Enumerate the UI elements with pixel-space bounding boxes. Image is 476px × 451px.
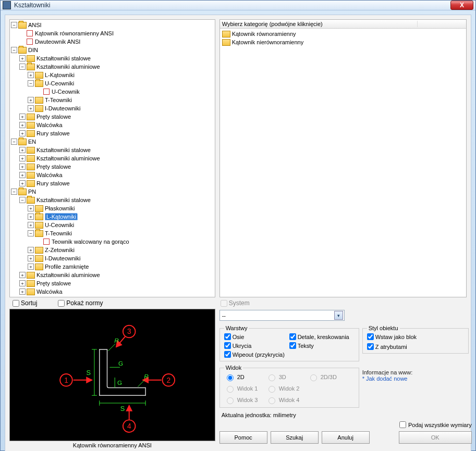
expand-icon[interactable]: + xyxy=(19,272,26,278)
svg-text:R: R xyxy=(114,337,119,344)
expand-icon[interactable]: + xyxy=(19,280,26,286)
tree-item-label: U-Ceowniki xyxy=(45,80,74,86)
layer-ukrycia[interactable]: Ukrycia xyxy=(224,342,289,349)
tree-item[interactable]: +Pręty stalowe xyxy=(10,112,215,121)
titlebar[interactable]: Kształtowniki X xyxy=(1,1,475,10)
tree-item[interactable]: +I-Dwuteowniki xyxy=(10,254,215,262)
expand-icon[interactable]: + xyxy=(28,105,34,111)
layer-teksty[interactable]: Teksty xyxy=(289,342,355,349)
collapse-icon[interactable]: − xyxy=(28,80,34,86)
all-dims-checkbox[interactable]: Podaj wszystkie wymiary xyxy=(399,421,472,428)
category-item[interactable]: Kątownik równoramienny xyxy=(221,30,465,38)
expand-icon[interactable]: + xyxy=(28,72,34,78)
collapse-icon[interactable]: − xyxy=(11,22,17,28)
tree-item[interactable]: +Kształtowniki stalowe xyxy=(10,146,215,154)
collapse-icon[interactable]: − xyxy=(19,64,26,70)
collapse-icon[interactable]: − xyxy=(19,197,26,203)
tree-item[interactable]: +Walcówka xyxy=(10,171,215,179)
tree-item[interactable]: U-Ceownik xyxy=(10,87,215,96)
category-item[interactable]: Kątownik nierównoramienny xyxy=(221,38,465,46)
view-2d[interactable]: 2D xyxy=(224,373,266,381)
tree-item[interactable]: −U-Ceowniki xyxy=(10,79,215,87)
tree-item[interactable]: −Kształtowniki stalowe xyxy=(10,196,215,204)
tree-item[interactable]: −EN xyxy=(10,137,215,146)
expand-icon[interactable]: + xyxy=(19,55,26,61)
tree-item[interactable]: −DIN xyxy=(10,46,215,54)
tree-item[interactable]: +T-Teowniki xyxy=(10,96,215,104)
close-button[interactable]: X xyxy=(450,1,473,10)
tree-item[interactable]: +Kształtowniki stalowe xyxy=(10,54,215,62)
expand-icon[interactable]: + xyxy=(28,97,34,103)
style-atr[interactable]: Z atrybutami xyxy=(367,343,464,350)
expand-icon[interactable]: + xyxy=(19,180,26,186)
tree-item-label: I-Dwuteowniki xyxy=(45,105,80,111)
expand-icon[interactable]: + xyxy=(28,255,34,261)
expand-icon[interactable]: + xyxy=(19,114,26,120)
tree-item[interactable]: Teownik walcowany na gorąco xyxy=(10,237,215,246)
tree-item[interactable]: +Kształtowniki aluminiowe xyxy=(10,154,215,162)
category-list-header[interactable]: Wybierz kategorię (podwójne kliknięcie) xyxy=(220,20,466,29)
tree-item[interactable]: −PN xyxy=(10,187,215,196)
tree-item-label: Kształtowniki stalowe xyxy=(36,197,91,203)
view-w4: Widok 4 xyxy=(266,396,308,404)
expand-icon[interactable]: + xyxy=(19,164,26,170)
tree-item[interactable]: +Walcówka xyxy=(10,287,215,296)
tree-item[interactable]: Dwuteownik ANSI xyxy=(10,37,215,46)
tree-item[interactable]: +Rury stalowe xyxy=(10,129,215,137)
tree-item[interactable]: +L-Kątowniki xyxy=(10,212,215,221)
expand-icon[interactable]: + xyxy=(19,130,26,136)
tree-item[interactable]: +Rury stalowe xyxy=(10,179,215,187)
expand-icon[interactable]: + xyxy=(19,155,26,161)
folder-icon xyxy=(35,247,43,254)
expand-icon[interactable]: + xyxy=(19,122,26,128)
collapse-icon[interactable]: − xyxy=(11,47,17,53)
layer-osie[interactable]: Osie xyxy=(224,333,289,340)
layer-wipeout[interactable]: Wipeout (przykrycia) xyxy=(224,351,289,358)
expand-icon[interactable]: + xyxy=(19,289,26,295)
tree-item[interactable]: +Pręty stalowe xyxy=(10,279,215,287)
tree-item[interactable]: +Profile zamknięte xyxy=(10,262,215,271)
collapse-icon[interactable]: − xyxy=(11,189,17,195)
tree-item[interactable]: +U-Ceowniki xyxy=(10,221,215,229)
tree-item[interactable]: +Pręty stalowe xyxy=(10,162,215,171)
tree-item[interactable]: +I-Dwuteowniki xyxy=(10,104,215,112)
tree-scroll[interactable]: −ANSIKątownik równoramienny ANSIDwuteown… xyxy=(10,20,215,297)
expand-icon[interactable]: + xyxy=(28,214,34,220)
folder-open-icon xyxy=(18,139,27,145)
expand-icon[interactable]: + xyxy=(28,264,34,270)
expand-icon[interactable]: + xyxy=(28,222,34,228)
collapse-icon[interactable]: − xyxy=(28,230,34,236)
cancel-button[interactable]: Anuluj xyxy=(322,431,370,444)
search-button[interactable]: Szukaj xyxy=(271,431,319,444)
help-button[interactable]: Pomoc xyxy=(219,431,267,444)
show-norms-checkbox[interactable]: Pokaż normy xyxy=(58,299,103,307)
expand-icon[interactable]: + xyxy=(19,147,26,153)
tree-item[interactable]: +Kształtowniki aluminiowe xyxy=(10,271,215,279)
layers-group: Warstwy Osie Detale, kreskowania Ukrycia… xyxy=(219,325,359,361)
expand-icon[interactable]: + xyxy=(28,205,34,211)
expand-icon[interactable]: + xyxy=(28,247,34,253)
view-group: Widok 2D 3D 2D/3D Widok 1 Widok 2 Widok … xyxy=(219,365,359,408)
info-link[interactable]: * Jak dodać nowe xyxy=(362,375,472,382)
tree-item[interactable]: +Płaskowniki xyxy=(10,204,215,212)
profile-combo[interactable]: -- ▾ xyxy=(219,310,345,321)
tree-item-label: DIN xyxy=(28,47,38,53)
profile-icon xyxy=(43,239,50,245)
layer-detale[interactable]: Detale, kreskowania xyxy=(289,333,355,340)
tree-item[interactable]: +Z-Zetowniki xyxy=(10,246,215,254)
style-blok[interactable]: Wstaw jako blok xyxy=(367,333,464,340)
expand-icon[interactable]: + xyxy=(19,172,26,178)
tree-item-label: Pręty stalowe xyxy=(36,280,71,286)
category-header-label: Wybierz kategorię (podwójne kliknięcie) xyxy=(222,21,417,27)
sort-checkbox[interactable]: Sortuj xyxy=(13,299,37,307)
tree-item[interactable]: +L-Kątowniki xyxy=(10,71,215,79)
collapse-icon[interactable]: − xyxy=(11,139,17,145)
tree-item[interactable]: +Walcówka xyxy=(10,121,215,129)
tree-item[interactable]: −ANSI xyxy=(10,21,215,29)
tree-item[interactable]: −T-Teowniki xyxy=(10,229,215,237)
preview-canvas: 1 2 3 4 xyxy=(9,309,215,441)
tree-item-label: Teownik walcowany na gorąco xyxy=(52,239,129,245)
profile-icon xyxy=(43,89,50,95)
tree-item[interactable]: −Kształtowniki aluminiowe xyxy=(10,62,215,71)
tree-item[interactable]: Kątownik równoramienny ANSI xyxy=(10,29,215,37)
